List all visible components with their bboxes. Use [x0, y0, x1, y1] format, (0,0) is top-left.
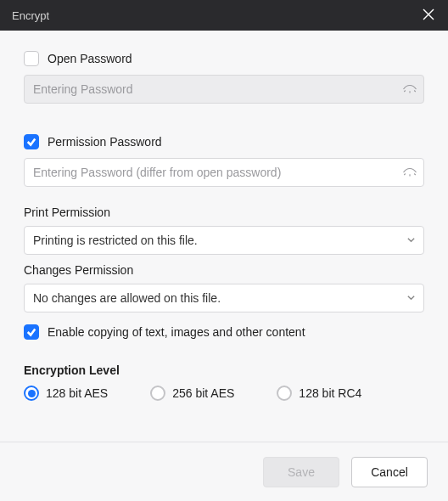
- svg-line-5: [404, 174, 406, 176]
- dialog-content: Open Password Permission Password Print …: [0, 31, 448, 401]
- changes-permission-select-wrap: No changes are allowed on this file.: [24, 284, 424, 312]
- dialog-footer: Save Cancel: [0, 442, 448, 501]
- radio-label: 128 bit AES: [46, 386, 108, 400]
- titlebar: Encrypt: [0, 0, 448, 31]
- dialog-title: Encrypt: [12, 9, 49, 22]
- open-password-input-wrap: [24, 75, 424, 104]
- radio-icon: [277, 386, 292, 401]
- enable-copy-label: Enable copying of text, images and other…: [48, 325, 305, 339]
- radio-128-aes[interactable]: 128 bit AES: [24, 386, 108, 401]
- permission-password-checkbox-row: Permission Password: [24, 134, 424, 149]
- radio-label: 256 bit AES: [172, 386, 234, 400]
- permission-password-input-wrap: [24, 158, 424, 187]
- save-button: Save: [263, 457, 339, 487]
- print-permission-label: Print Permission: [24, 205, 424, 219]
- radio-label: 128 bit RC4: [299, 386, 361, 400]
- close-icon[interactable]: [417, 3, 440, 28]
- radio-icon: [150, 386, 165, 401]
- radio-128-rc4[interactable]: 128 bit RC4: [277, 386, 361, 401]
- changes-permission-label: Changes Permission: [24, 263, 424, 277]
- open-password-checkbox-row: Open Password: [24, 51, 424, 66]
- encryption-level-section: Encryption Level 128 bit AES 256 bit AES…: [24, 363, 424, 401]
- permission-password-label: Permission Password: [48, 135, 162, 149]
- print-permission-select[interactable]: Printing is restricted on this file.: [24, 226, 424, 255]
- radio-icon: [24, 386, 39, 401]
- svg-line-2: [404, 91, 406, 93]
- svg-line-7: [414, 174, 416, 176]
- enable-copy-checkbox[interactable]: [24, 324, 39, 340]
- enable-copy-row: Enable copying of text, images and other…: [24, 324, 424, 340]
- changes-permission-select[interactable]: No changes are allowed on this file.: [24, 284, 424, 312]
- cancel-button[interactable]: Cancel: [351, 457, 428, 487]
- radio-256-aes[interactable]: 256 bit AES: [150, 386, 234, 401]
- svg-line-4: [414, 91, 416, 93]
- permission-password-input[interactable]: [24, 158, 424, 187]
- open-password-checkbox[interactable]: [24, 51, 39, 66]
- encryption-level-radios: 128 bit AES 256 bit AES 128 bit RC4: [24, 386, 424, 401]
- changes-permission-value: No changes are allowed on this file.: [33, 291, 221, 305]
- open-password-label: Open Password: [48, 52, 132, 65]
- open-password-input: [24, 75, 424, 104]
- eye-icon: [402, 82, 417, 97]
- print-permission-select-wrap: Printing is restricted on this file.: [24, 226, 424, 255]
- eye-icon[interactable]: [402, 165, 417, 180]
- permission-password-checkbox[interactable]: [24, 134, 39, 149]
- encryption-level-label: Encryption Level: [24, 363, 424, 377]
- print-permission-value: Printing is restricted on this file.: [33, 234, 198, 247]
